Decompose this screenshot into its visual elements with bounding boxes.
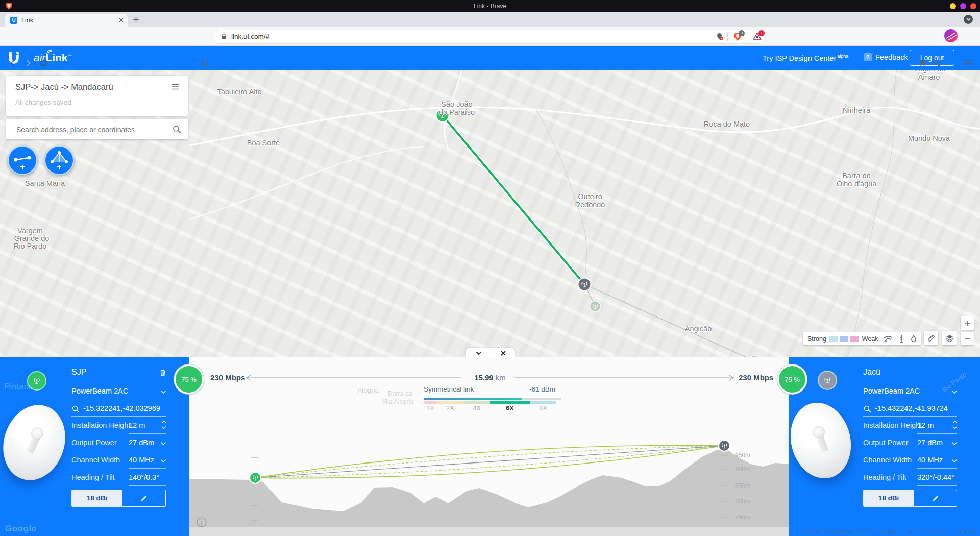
site-badge-jacu[interactable] bbox=[818, 371, 837, 390]
antenna-icon bbox=[32, 376, 42, 386]
try-isp-link[interactable]: Try ISP Design Centeralpha bbox=[763, 54, 848, 62]
map-marker-faded[interactable] bbox=[590, 301, 601, 312]
device-select[interactable]: PowerBeam 2AC bbox=[71, 387, 128, 395]
url-text[interactable]: link.ui.com/# bbox=[231, 33, 270, 40]
field-value[interactable]: 27 dBm bbox=[129, 438, 154, 447]
chevron-down-icon[interactable] bbox=[160, 390, 166, 394]
new-tab-button[interactable] bbox=[133, 16, 139, 23]
chevron-down-icon[interactable] bbox=[160, 442, 166, 446]
site-badge-sjp[interactable] bbox=[27, 371, 46, 391]
save-status: All changes saved bbox=[15, 99, 71, 106]
antenna-dish-image bbox=[783, 396, 859, 485]
map-label: Vargem bbox=[17, 227, 43, 235]
window-maximize-button[interactable] bbox=[960, 3, 966, 9]
map-label: Redondo bbox=[575, 201, 605, 209]
mod-step-label: 2X bbox=[446, 405, 454, 412]
antenna-gain-value: 18 dBi bbox=[878, 494, 899, 502]
project-menu-icon[interactable] bbox=[172, 84, 180, 90]
rewards-badge: 1 bbox=[758, 30, 765, 36]
search-input[interactable] bbox=[15, 119, 170, 140]
window-minimize-button[interactable] bbox=[950, 3, 956, 9]
brave-rewards-icon[interactable]: 1 bbox=[753, 32, 762, 40]
browser-tab-active[interactable]: U Link bbox=[5, 14, 128, 27]
browser-menu-icon[interactable] bbox=[963, 58, 974, 69]
map-marker-jacu[interactable] bbox=[578, 278, 591, 291]
profile-avatar[interactable] bbox=[944, 29, 958, 42]
field-value[interactable]: 12 m bbox=[129, 421, 145, 429]
field-value[interactable]: 40 MHz bbox=[917, 456, 943, 464]
reload-button[interactable] bbox=[38, 58, 49, 69]
legend-weak-label: Weak bbox=[862, 335, 878, 343]
attribution-report-link[interactable]: Informar erro no mapa bbox=[956, 528, 980, 535]
stepper-up-icon[interactable] bbox=[161, 420, 166, 424]
chevron-down-icon[interactable] bbox=[951, 390, 958, 394]
add-ptmp-button[interactable] bbox=[44, 145, 74, 175]
field-value[interactable]: 27 dBm bbox=[917, 438, 943, 447]
zoom-out-button[interactable] bbox=[961, 332, 974, 345]
field-label: Heading / Tilt bbox=[71, 473, 115, 481]
search-icon[interactable] bbox=[864, 405, 871, 413]
close-panel-icon[interactable] bbox=[501, 351, 506, 356]
tab-close-icon[interactable] bbox=[118, 17, 124, 23]
chevron-down-icon[interactable] bbox=[951, 442, 958, 446]
elevation-profile-chart[interactable] bbox=[189, 357, 789, 536]
rain-icon[interactable] bbox=[911, 335, 917, 343]
reading-list-icon[interactable] bbox=[931, 58, 942, 69]
delete-site-icon[interactable] bbox=[159, 369, 166, 377]
link-line-sjp-jacu[interactable] bbox=[443, 115, 584, 284]
map-label: Ninheira bbox=[843, 106, 870, 114]
tower-height-icon[interactable] bbox=[898, 335, 904, 343]
site-panel-jacu: Rio Pardo Jacú PowerBeam 2AC -15.432242,… bbox=[789, 357, 980, 536]
address-bar[interactable]: link.ui.com/# 3 1 bbox=[212, 30, 766, 44]
elevation-tick-label: 850m bbox=[735, 482, 750, 490]
legend-swatch-strong bbox=[829, 336, 838, 342]
question-icon: ? bbox=[864, 53, 872, 61]
field-underline bbox=[129, 451, 166, 451]
edit-antenna-button[interactable] bbox=[122, 490, 166, 507]
map-label: Barra do bbox=[842, 172, 871, 180]
zoom-in-button[interactable] bbox=[961, 316, 974, 330]
attribution-terms-link[interactable]: Termos de Uso bbox=[906, 528, 947, 535]
layers-button[interactable] bbox=[942, 331, 957, 345]
signal-coverage-icon[interactable] bbox=[884, 335, 892, 343]
stepper-down-icon[interactable] bbox=[952, 426, 958, 429]
field-underline bbox=[863, 416, 957, 417]
chevron-down-icon[interactable] bbox=[951, 459, 958, 463]
add-ptp-button[interactable] bbox=[8, 145, 37, 175]
window-close-button[interactable] bbox=[970, 3, 976, 9]
tab-search-icon[interactable] bbox=[964, 15, 973, 24]
project-card: SJP-> Jacú -> Mandacarú All changes save… bbox=[6, 76, 188, 116]
feedback-button[interactable]: ? Feedback bbox=[864, 53, 908, 61]
ptmp-icon bbox=[45, 147, 73, 174]
chevron-down-icon[interactable] bbox=[160, 459, 166, 463]
profile-marker-sjp[interactable] bbox=[250, 472, 261, 483]
plus-icon bbox=[57, 165, 61, 169]
collapse-chevron-icon[interactable] bbox=[476, 351, 482, 355]
stepper-up-icon[interactable] bbox=[952, 420, 958, 424]
device-select[interactable]: PowerBeam 2AC bbox=[863, 387, 920, 395]
coordinates-field[interactable]: -15.322241,-42.032969 bbox=[83, 404, 160, 412]
map-label: do Paraíso bbox=[439, 108, 475, 116]
field-value[interactable]: 12 m bbox=[917, 421, 934, 429]
brave-shield-icon[interactable]: 3 bbox=[733, 32, 742, 41]
antenna-gain-button[interactable]: 18 dBi bbox=[71, 490, 122, 507]
measure-tool-button[interactable] bbox=[924, 331, 938, 345]
field-underline bbox=[917, 433, 957, 434]
mod-step-label: 8X bbox=[539, 405, 547, 412]
back-button[interactable] bbox=[7, 58, 18, 69]
field-label: Installation Height bbox=[71, 421, 130, 429]
search-icon[interactable] bbox=[72, 405, 80, 413]
field-value[interactable]: 40 MHz bbox=[129, 456, 154, 464]
search-icon[interactable] bbox=[173, 125, 181, 134]
location-blocked-icon[interactable] bbox=[716, 33, 723, 40]
forward-button[interactable] bbox=[22, 58, 34, 69]
bookmark-icon[interactable] bbox=[199, 58, 210, 69]
edit-antenna-button[interactable] bbox=[914, 490, 957, 507]
extensions-puzzle-icon[interactable] bbox=[917, 58, 928, 69]
lock-icon[interactable] bbox=[221, 33, 227, 40]
stepper-down-icon[interactable] bbox=[161, 426, 166, 429]
antenna-gain-button[interactable]: 18 dBi bbox=[863, 490, 914, 507]
profile-marker-jacu[interactable] bbox=[719, 440, 730, 451]
mod-seg-1x bbox=[424, 401, 436, 404]
coordinates-field[interactable]: -15.432242,-41.93724 bbox=[875, 404, 948, 412]
